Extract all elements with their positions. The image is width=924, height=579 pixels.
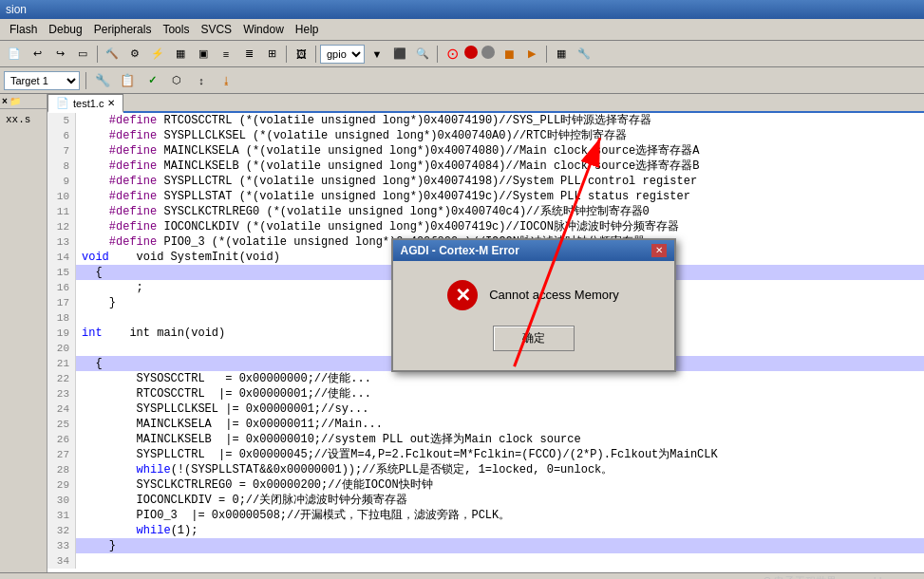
target-combo[interactable]: Target 1 xyxy=(4,71,80,90)
toolbar-btn3[interactable]: ▭ xyxy=(72,44,93,65)
combo-dropdown-btn[interactable]: ▼ xyxy=(367,44,387,65)
editor-area: 📄 test1.c ✕ 5 #define RTCOSCCTRL (*(vola… xyxy=(47,94,924,572)
sep2 xyxy=(286,46,287,63)
toolbar-btn5[interactable]: ▣ xyxy=(193,44,214,65)
sep3 xyxy=(315,46,316,63)
dialog-message: ✕ Cannot access Memory xyxy=(447,280,619,310)
target-btn2[interactable]: 📋 xyxy=(117,70,138,91)
build-btn[interactable]: 🔨 xyxy=(102,44,123,65)
toolbar-btn9[interactable]: 🖼 xyxy=(291,44,311,65)
menu-help[interactable]: Help xyxy=(290,21,325,38)
dialog-confirm-btn[interactable]: 确定 xyxy=(493,326,575,351)
dialog-title-bar: AGDI - Cortex-M Error ✕ xyxy=(393,240,674,261)
new-btn[interactable]: 📄 xyxy=(4,44,25,65)
gpio-combo[interactable]: gpio xyxy=(320,45,365,64)
menu-peripherals[interactable]: Peripherals xyxy=(88,21,158,38)
main-area: × 📁 xx.s 📄 test1.c ✕ 5 #define RTCOSCCTR… xyxy=(0,94,924,572)
target-toolbar: Target 1 🔧 📋 ✓ ⬡ ↕ ⭳ xyxy=(0,67,924,94)
sep1 xyxy=(97,46,98,63)
menu-debug[interactable]: Debug xyxy=(43,21,87,38)
toolbar1: 📄 ↩ ↪ ▭ 🔨 ⚙ ⚡ ▦ ▣ ≡ ≣ ⊞ 🖼 gpio ▼ ⬛ 🔍 ⊙ ⏹… xyxy=(0,41,924,67)
red-dot xyxy=(464,46,478,63)
sep5 xyxy=(546,46,547,63)
toolbar-btn11[interactable]: 🔍 xyxy=(412,44,433,65)
watermark-text: C 电子工程世界 eeworld.com.cn xyxy=(764,574,918,579)
debug-run2-btn[interactable]: ▶ xyxy=(521,44,542,65)
dialog-title-text: AGDI - Cortex-M Error xyxy=(401,244,519,257)
dialog-close-btn[interactable]: ✕ xyxy=(651,244,667,257)
toolbar-btn6[interactable]: ≡ xyxy=(216,44,236,65)
toolbar-btn10[interactable]: ⬛ xyxy=(389,44,410,65)
gray-dot xyxy=(481,46,495,63)
target-btn3[interactable]: ✓ xyxy=(141,70,162,91)
error-icon: ✕ xyxy=(447,280,478,310)
undo-btn[interactable]: ↩ xyxy=(27,44,47,65)
toolbar-btn4[interactable]: ▦ xyxy=(170,44,191,65)
sep4 xyxy=(437,46,438,63)
run-btn[interactable]: ⊙ xyxy=(442,44,462,65)
menu-svcs[interactable]: SVCS xyxy=(195,21,237,38)
file-entry: xx.s xyxy=(0,109,47,130)
menu-tools[interactable]: Tools xyxy=(157,21,195,38)
build3-btn[interactable]: ⚡ xyxy=(147,44,168,65)
redo-btn[interactable]: ↪ xyxy=(49,44,70,65)
file-label[interactable]: xx.s xyxy=(2,112,34,127)
debug-stop-btn[interactable]: ⏹ xyxy=(499,44,519,65)
error-dialog: AGDI - Cortex-M Error ✕ ✕ Cannot access … xyxy=(391,238,676,372)
build2-btn[interactable]: ⚙ xyxy=(124,44,145,65)
menu-window[interactable]: Window xyxy=(237,21,290,38)
dialog-overlay: AGDI - Cortex-M Error ✕ ✕ Cannot access … xyxy=(47,94,924,572)
toolbar-btn8[interactable]: ⊞ xyxy=(261,44,282,65)
sep6 xyxy=(85,72,86,89)
dialog-message-text: Cannot access Memory xyxy=(489,288,619,302)
toolbar-btn7[interactable]: ≣ xyxy=(238,44,259,65)
target-btn1[interactable]: 🔧 xyxy=(92,70,113,91)
project-panel: × 📁 xx.s xyxy=(0,94,47,572)
target-btn6[interactable]: ⭳ xyxy=(216,70,236,91)
panel-icon: 📁 xyxy=(9,96,21,106)
window-title: sion xyxy=(6,3,27,16)
window-layout-btn[interactable]: ▦ xyxy=(551,44,572,65)
target-btn4[interactable]: ⬡ xyxy=(166,70,187,91)
panel-header: × 📁 xyxy=(0,94,47,109)
menu-bar: Flash Debug Peripherals Tools SVCS Windo… xyxy=(0,19,924,41)
panel-close-btn[interactable]: × xyxy=(2,96,8,106)
target-btn5[interactable]: ↕ xyxy=(191,70,212,91)
title-bar: sion xyxy=(0,0,924,19)
status-bar: C 电子工程世界 eeworld.com.cn xyxy=(0,572,924,579)
dialog-body: ✕ Cannot access Memory 确定 xyxy=(393,261,674,370)
settings-btn[interactable]: 🔧 xyxy=(574,44,594,65)
menu-flash[interactable]: Flash xyxy=(4,21,43,38)
